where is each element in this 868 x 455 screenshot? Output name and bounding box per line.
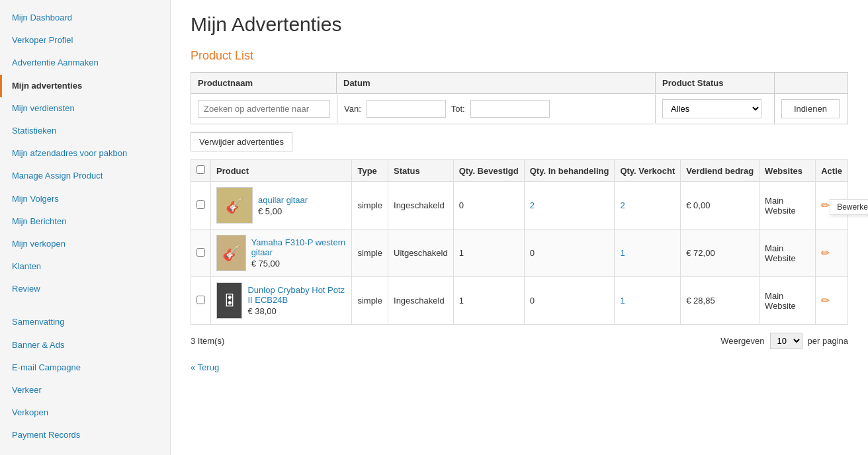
- product-image: 🎸: [216, 187, 253, 224]
- row-qty-behandeling-cell: 2: [524, 182, 615, 229]
- sidebar-item-verkoper-profiel[interactable]: Verkoper Profiel: [0, 29, 170, 52]
- sidebar-item-berichten[interactable]: Mijn Berichten: [0, 210, 170, 233]
- sidebar-item-klanten[interactable]: Klanten: [0, 255, 170, 278]
- van-label: Van:: [344, 104, 361, 114]
- qty-behandeling-val: 0: [530, 248, 535, 258]
- action-bar: Verwijder advertenties: [191, 132, 848, 151]
- sidebar-item-mijn-advertenties[interactable]: Mijn advertenties: [0, 75, 170, 97]
- productnaam-input[interactable]: [198, 100, 330, 118]
- product-price: € 5,00: [258, 206, 308, 216]
- product-image: 🎸: [216, 235, 246, 271]
- pagination-right: Weergeven 10 25 50 per pagina: [720, 333, 848, 349]
- qty-verkocht-link[interactable]: 1: [620, 248, 625, 258]
- datum-header: Datum: [337, 73, 656, 93]
- table-row: 🎸 Yamaha F310-P western gitaar € 75,00 s…: [191, 229, 848, 277]
- row-qty-bevestigd-cell: 1: [453, 277, 524, 325]
- row-checkbox-cell: [191, 182, 211, 229]
- sidebar-item-advertentie-aanmaken[interactable]: Advertentie Aanmaken: [0, 52, 170, 74]
- table-header-row: Product Type Status Qty. Bevestigd Qty. …: [191, 160, 848, 182]
- row-actie-cell: ✏: [816, 229, 848, 277]
- row-websites-cell: Main Website: [760, 182, 816, 229]
- submit-button[interactable]: Indienen: [781, 99, 840, 118]
- row-qty-verkocht-cell: 1: [615, 277, 681, 325]
- filter-input-row: Van: Tot: Alles Ingeschakeld Uitgeschake…: [191, 94, 847, 124]
- submit-btn-cell: Indienen: [775, 94, 847, 124]
- edit-icon[interactable]: ✏: [821, 247, 830, 259]
- section-title: Product List: [191, 49, 848, 63]
- edit-icon[interactable]: ✏: [821, 295, 830, 306]
- th-product: Product: [211, 160, 352, 182]
- per-pagina-label: per pagina: [808, 336, 848, 346]
- back-section: « Terug: [191, 362, 848, 372]
- row-verdiend-cell: € 28,85: [681, 277, 760, 325]
- qty-behandeling-link[interactable]: 2: [530, 200, 535, 210]
- sidebar-item-email-campagne[interactable]: E-mail Campagne: [0, 356, 170, 379]
- row-qty-bevestigd-cell: 0: [453, 182, 524, 229]
- sidebar-item-review[interactable]: Review: [0, 278, 170, 300]
- sidebar-item-volgers[interactable]: Mijn Volgers: [0, 188, 170, 210]
- sidebar-item-manage-assign[interactable]: Manage Assign Product: [0, 165, 170, 187]
- row-qty-bevestigd-cell: 1: [453, 229, 524, 277]
- status-header: Product Status: [656, 73, 775, 93]
- row-websites-cell: Main Website: [760, 277, 816, 325]
- product-image: 🎛: [216, 282, 242, 319]
- th-checkbox: [191, 160, 211, 182]
- sidebar-item-payment-records[interactable]: Payment Records: [0, 424, 170, 446]
- back-link[interactable]: « Terug: [191, 362, 219, 372]
- sidebar-item-verkeer[interactable]: Verkeer: [0, 379, 170, 401]
- product-table: Product Type Status Qty. Bevestigd Qty. …: [191, 159, 848, 325]
- product-name-link[interactable]: aquilar gitaar: [258, 195, 308, 205]
- th-status: Status: [388, 160, 454, 182]
- th-verdiend: Verdiend bedrag: [681, 160, 760, 182]
- row-product-cell: 🎸 Yamaha F310-P western gitaar € 75,00: [211, 229, 352, 277]
- product-name-link[interactable]: Yamaha F310-P western gitaar: [251, 237, 346, 257]
- sidebar-item-verkopen2[interactable]: Verkopen: [0, 401, 170, 424]
- sidebar-item-afzendadres[interactable]: Mijn afzendadres voor pakbon: [0, 142, 170, 165]
- th-type: Type: [352, 160, 388, 182]
- sidebar: Mijn Dashboard Verkoper Profiel Adverten…: [0, 0, 171, 455]
- tot-date-input[interactable]: [470, 100, 550, 118]
- row-checkbox[interactable]: [196, 296, 205, 304]
- sidebar-item-mijn-verkopen[interactable]: Mijn verkopen: [0, 233, 170, 255]
- th-qty-verkocht: Qty. Verkocht: [615, 160, 681, 182]
- filter-bar: Productnaam Datum Product Status Van: To…: [191, 72, 848, 124]
- row-qty-behandeling-cell: 0: [524, 277, 615, 325]
- th-actie: Actie: [816, 160, 848, 182]
- verwijder-button[interactable]: Verwijder advertenties: [191, 132, 292, 151]
- row-checkbox-cell: [191, 229, 211, 277]
- sidebar-item-mijn-verdiensten[interactable]: Mijn verdiensten: [0, 97, 170, 120]
- status-select[interactable]: Alles Ingeschakeld Uitgeschakeld: [662, 99, 761, 118]
- submit-header-spacer: [775, 78, 847, 89]
- table-footer: 3 Item(s) Weergeven 10 25 50 per pagina: [191, 333, 848, 349]
- th-qty-bevestigd: Qty. Bevestigd: [453, 160, 524, 182]
- datum-input-cell: Van: Tot:: [337, 95, 656, 123]
- table-row: 🎛 Dunlop Crybaby Hot Potz II ECB24B € 38…: [191, 277, 848, 325]
- row-type-cell: simple: [352, 229, 388, 277]
- row-status-cell: Uitgeschakeld: [388, 229, 454, 277]
- sidebar-item-samenvatting[interactable]: Samenvatting: [0, 311, 170, 333]
- qty-behandeling-val: 0: [530, 296, 535, 306]
- edit-icon[interactable]: ✏: [821, 200, 830, 211]
- row-status-cell: Ingeschakeld: [388, 182, 454, 229]
- row-status-cell: Ingeschakeld: [388, 277, 454, 325]
- qty-verkocht-link[interactable]: 2: [620, 200, 625, 210]
- row-actie-cell: ✏ Bewerken: [816, 182, 848, 229]
- row-product-cell: 🎛 Dunlop Crybaby Hot Potz II ECB24B € 38…: [211, 277, 352, 325]
- row-product-cell: 🎸 aquilar gitaar € 5,00: [211, 182, 352, 229]
- sidebar-item-statistieken[interactable]: Statistieken: [0, 120, 170, 142]
- product-price: € 38,00: [247, 306, 346, 316]
- row-checkbox[interactable]: [196, 248, 205, 257]
- row-checkbox-cell: [191, 277, 211, 325]
- product-price: € 75,00: [251, 259, 347, 269]
- page-title: Mijn Advertenties: [191, 13, 848, 36]
- row-actie-cell: ✏: [816, 277, 848, 325]
- row-checkbox[interactable]: [196, 200, 205, 209]
- qty-verkocht-link[interactable]: 1: [620, 296, 625, 306]
- product-name-link[interactable]: Dunlop Crybaby Hot Potz II ECB24B: [247, 285, 345, 305]
- van-date-input[interactable]: [367, 100, 446, 118]
- sidebar-item-dashboard[interactable]: Mijn Dashboard: [0, 7, 170, 29]
- per-page-select[interactable]: 10 25 50: [770, 333, 803, 349]
- select-all-checkbox[interactable]: [196, 165, 205, 174]
- row-verdiend-cell: € 72,00: [681, 229, 760, 277]
- sidebar-item-banner-ads[interactable]: Banner & Ads: [0, 334, 170, 356]
